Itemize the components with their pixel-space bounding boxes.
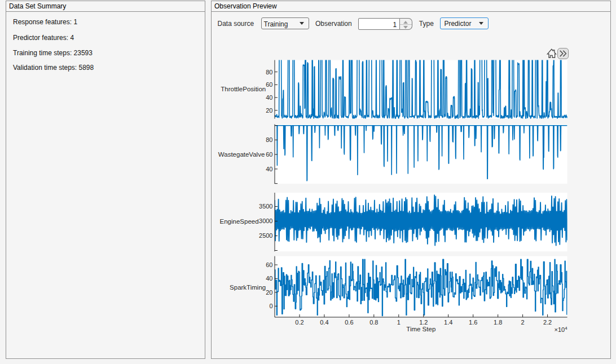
svg-text:0.4: 0.4: [320, 319, 328, 326]
svg-text:80: 80: [266, 136, 272, 143]
svg-text:EngineSpeed: EngineSpeed: [220, 218, 259, 225]
svg-text:20: 20: [266, 107, 272, 114]
svg-text:3500: 3500: [259, 203, 272, 210]
svg-text:1.8: 1.8: [494, 319, 502, 326]
svg-text:0.6: 0.6: [345, 319, 353, 326]
svg-text:Time Step: Time Step: [406, 326, 435, 332]
svg-text:0.8: 0.8: [369, 319, 378, 326]
svg-text:1: 1: [397, 319, 401, 326]
svg-text:60: 60: [266, 151, 272, 158]
svg-text:1.2: 1.2: [419, 319, 428, 326]
svg-text:60: 60: [266, 261, 272, 268]
svg-text:60: 60: [266, 81, 272, 88]
svg-text:2: 2: [521, 319, 525, 326]
svg-text:1.6: 1.6: [469, 319, 477, 326]
svg-text:2.2: 2.2: [543, 319, 552, 326]
svg-text:3000: 3000: [259, 217, 272, 224]
svg-text:40: 40: [266, 94, 272, 101]
svg-text:0.2: 0.2: [295, 319, 303, 326]
svg-text:40: 40: [266, 275, 272, 282]
svg-text:2500: 2500: [259, 232, 272, 239]
svg-text:40: 40: [266, 166, 272, 172]
svg-text:SparkTiming: SparkTiming: [230, 284, 266, 291]
svg-text:WastegateValve: WastegateValve: [218, 151, 265, 158]
svg-text:ThrottlePosition: ThrottlePosition: [221, 86, 266, 92]
svg-text:×104: ×104: [554, 326, 567, 333]
svg-text:20: 20: [266, 289, 272, 296]
svg-text:0: 0: [269, 303, 272, 309]
svg-text:80: 80: [266, 69, 272, 76]
svg-text:1.4: 1.4: [444, 319, 452, 326]
